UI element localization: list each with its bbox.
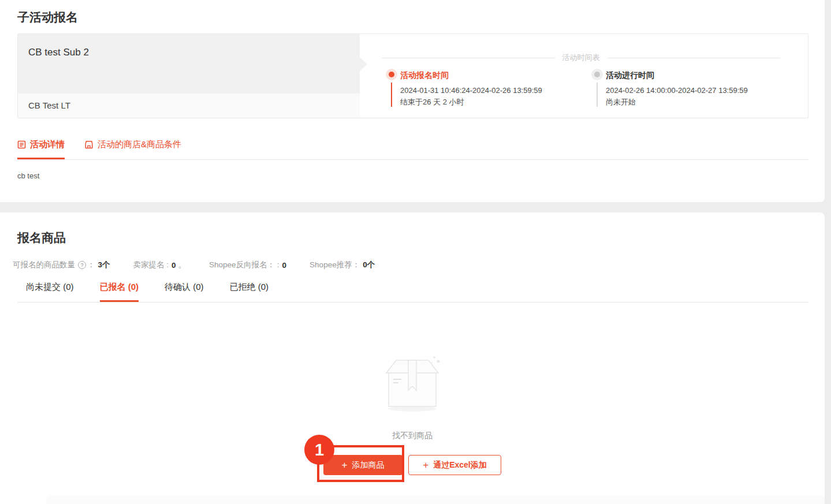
activity-detail-text: cb test (17, 171, 825, 180)
stat-value: 3个 (98, 260, 110, 270)
tab-activity-detail[interactable]: 活动详情 (17, 139, 65, 159)
button-label: 通过Excel添加 (433, 460, 487, 471)
timeline-dot-pending-icon (594, 72, 600, 77)
stat-available-products: 可报名的商品数量 ? ： 3个 (13, 260, 110, 270)
sub-activity-list: CB test Sub 2 CB Test LT (18, 34, 360, 118)
stat-suffix: 。 (178, 260, 187, 270)
registered-products-panel: 报名商品 可报名的商品数量 ? ： 3个 卖家提名 : 0 。 Shopee反向… (0, 212, 825, 504)
section-title: 报名商品 (17, 230, 825, 246)
stat-seller-nominated: 卖家提名 : 0 。 (133, 260, 187, 270)
document-icon (17, 140, 26, 149)
timeline-item-period: 2024-01-31 10:46:24-2024-02-26 13:59:59 (400, 85, 594, 96)
detail-tab-bar: 活动详情 活动的商店&商品条件 (17, 139, 808, 160)
shop-icon (84, 140, 94, 149)
stat-separator: ： (87, 260, 95, 270)
activity-timeline: 活动时间表 活动报名时间 2024-01-31 10:46:24-2024-02… (360, 34, 808, 118)
sub-activity-name: CB Test LT (28, 100, 70, 110)
tab-registered[interactable]: 已报名 (0) (100, 282, 139, 302)
tab-pending-confirmation[interactable]: 待确认 (0) (165, 282, 204, 302)
sub-activity-panel: 子活动报名 CB test Sub 2 CB Test LT 活动时间表 活动报… (0, 0, 825, 202)
timeline-header: 活动时间表 (382, 53, 780, 63)
next-section-edge (46, 495, 825, 504)
empty-box-icon (381, 404, 444, 414)
stat-value: 0个 (363, 260, 375, 270)
plus-icon: + (342, 460, 348, 470)
timeline-item-registration: 活动报名时间 2024-01-31 10:46:24-2024-02-26 13… (389, 70, 594, 108)
stat-value: 0 (282, 261, 287, 270)
plus-icon: + (423, 460, 428, 470)
divider (382, 58, 555, 58)
add-via-excel-button[interactable]: + 通过Excel添加 (408, 455, 501, 475)
stat-label: 可报名的商品数量 (13, 260, 75, 270)
divider (608, 58, 781, 58)
timeline-item-period: 2024-02-26 14:00:00-2024-02-27 13:59:59 (606, 85, 808, 96)
empty-state: 找不到商品 (0, 353, 825, 441)
product-stats-bar: 可报名的商品数量 ? ： 3个 卖家提名 : 0 。 Shopee反向报名： :… (13, 260, 825, 270)
timeline-item-status: 结束于26 天 2 小时 (400, 96, 594, 108)
timeline-title: 活动时间表 (562, 53, 600, 63)
tab-not-submitted[interactable]: 尚未提交 (0) (26, 282, 74, 302)
stat-value: 0 (172, 261, 176, 270)
product-status-tab-bar: 尚未提交 (0) 已报名 (0) 待确认 (0) 已拒绝 (0) (17, 282, 808, 303)
stat-shopee-reverse: Shopee反向报名： : 0 (209, 260, 286, 270)
tab-label: 活动的商店&商品条件 (98, 139, 181, 150)
timeline-dot-active-icon (389, 72, 394, 77)
sub-activity-name: CB test Sub 2 (28, 47, 89, 58)
button-label: 添加商品 (352, 460, 384, 471)
timeline-line (597, 83, 598, 107)
empty-state-text: 找不到商品 (0, 431, 825, 441)
sub-activity-item-selected[interactable]: CB test Sub 2 (18, 34, 360, 94)
tab-rejected[interactable]: 已拒绝 (0) (230, 282, 269, 302)
tab-label: 活动详情 (30, 139, 65, 150)
stat-label: Shopee反向报名： : (209, 260, 280, 270)
add-product-button[interactable]: + 添加商品 (323, 455, 403, 475)
stat-shopee-recommended: Shopee推荐： 0个 (310, 260, 375, 270)
timeline-item-label: 活动进行时间 (606, 70, 808, 80)
page-title: 子活动报名 (17, 9, 825, 25)
activity-card: CB test Sub 2 CB Test LT 活动时间表 活动报名时间 20… (17, 33, 808, 118)
tab-shop-product-criteria[interactable]: 活动的商店&商品条件 (84, 139, 181, 159)
stat-label: 卖家提名 : (133, 260, 169, 270)
help-icon[interactable]: ? (78, 261, 86, 269)
timeline-item-label: 活动报名时间 (400, 70, 594, 80)
timeline-item-status: 尚未开始 (606, 96, 808, 108)
sub-activity-item[interactable]: CB Test LT (18, 94, 360, 118)
timeline-line (391, 83, 392, 107)
timeline-item-ongoing: 活动进行时间 2024-02-26 14:00:00-2024-02-27 13… (594, 70, 808, 108)
scrollbar-track[interactable] (825, 0, 831, 504)
stat-label: Shopee推荐： (310, 260, 360, 270)
action-button-row: 1 + 添加商品 + 通过Excel添加 (0, 455, 825, 475)
